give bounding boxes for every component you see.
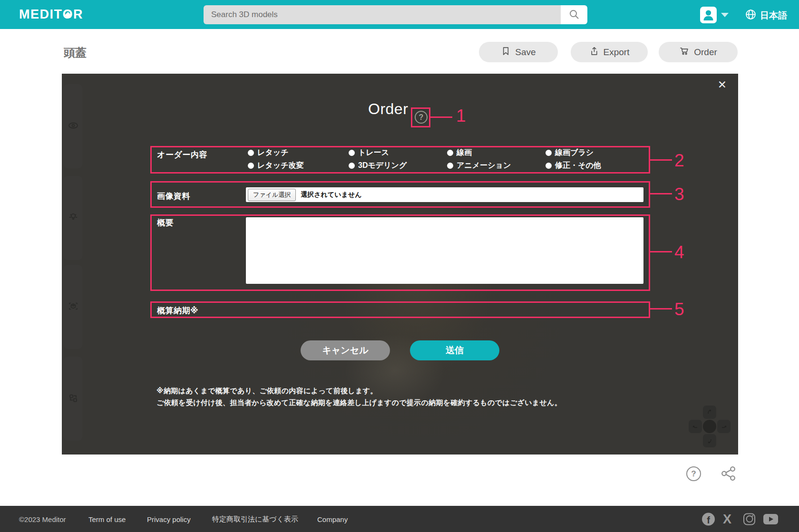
annotation-number-1: 1 [456, 106, 466, 126]
rotate-down-button[interactable] [703, 434, 716, 447]
dpad-spacer [717, 406, 731, 419]
order-button[interactable]: Order [659, 42, 738, 62]
viewer-rotation-pad [689, 406, 731, 447]
radio-option-trace[interactable]: トレース [349, 148, 447, 158]
order-button-label: Order [694, 47, 717, 58]
order-content-label: オーダー内容 [157, 149, 207, 160]
x-twitter-icon[interactable]: X [723, 513, 731, 525]
footer-link-company[interactable]: Company [317, 515, 348, 523]
footer-link-privacy[interactable]: Privacy policy [147, 515, 191, 523]
annotation-box-5 [150, 301, 650, 318]
radio-dot-icon [248, 150, 254, 156]
summary-textarea[interactable] [246, 217, 643, 284]
order-modal: ✕ Order ? 1 2 3 4 5 オーダー内容 レタッチ トレース 線画 … [62, 74, 738, 455]
search-input[interactable] [204, 5, 561, 24]
submit-button[interactable]: 送信 [410, 340, 499, 360]
footer-link-commerce-law[interactable]: 特定商取引法に基づく表示 [212, 514, 298, 523]
youtube-icon[interactable] [763, 514, 778, 524]
close-icon[interactable]: ✕ [718, 79, 727, 90]
cube-focus-icon [68, 300, 79, 314]
radio-option-retouch[interactable]: レタッチ [248, 148, 349, 158]
facebook-icon[interactable]: f [702, 513, 715, 525]
annotation-line-2 [650, 159, 672, 161]
annotation-line-3 [650, 193, 672, 194]
instagram-icon[interactable] [743, 513, 755, 525]
file-input-field[interactable]: ファイル選択 選択されていません [246, 187, 643, 202]
viewer-panel-swap[interactable] [64, 357, 82, 441]
radio-dot-icon [447, 163, 453, 169]
user-icon [700, 17, 717, 25]
topbar: MEDITOR 日本語 [0, 0, 799, 29]
radio-dot-icon [546, 163, 552, 169]
annotation-number-5: 5 [674, 300, 684, 319]
app-logo[interactable]: MEDITOR [19, 7, 83, 22]
annotation-line-4 [650, 251, 672, 252]
dpad-spacer [717, 434, 731, 447]
logo-o-mark: O [63, 7, 74, 22]
radio-dot-icon [349, 150, 355, 156]
swap-icon [68, 392, 79, 406]
app-root: MEDITOR 日本語 頭蓋 Save [0, 0, 799, 532]
globe-icon [745, 9, 757, 22]
export-button[interactable]: Export [571, 42, 648, 62]
viewer-panel-model[interactable] [64, 265, 82, 349]
annotation-number-4: 4 [674, 242, 684, 262]
viewer-panel-lighting[interactable] [64, 176, 82, 260]
radio-option-other[interactable]: 修正・その他 [546, 161, 650, 171]
annotation-number-3: 3 [674, 184, 684, 204]
cart-icon [679, 46, 690, 58]
radio-option-animation[interactable]: アニメーション [447, 161, 546, 171]
file-status-text: 選択されていません [301, 191, 361, 199]
radio-option-lineart-brush[interactable]: 線画ブラシ [546, 148, 650, 158]
image-material-label: 画像資料 [157, 191, 190, 202]
radio-dot-icon [248, 163, 254, 169]
dpad-spacer [689, 434, 702, 447]
annotation-number-2: 2 [674, 151, 684, 171]
save-button[interactable]: Save [479, 42, 558, 62]
radio-label: レタッチ改変 [257, 161, 304, 171]
viewer-panel-visibility[interactable] [64, 84, 82, 168]
save-button-label: Save [515, 47, 536, 58]
radio-label: 線画 [457, 148, 472, 158]
rotate-up-button[interactable] [703, 406, 716, 419]
rotate-center-button[interactable] [703, 420, 716, 433]
export-icon [589, 46, 599, 58]
radio-label: トレース [358, 148, 389, 158]
modal-title: Order [368, 100, 408, 118]
search-button[interactable] [561, 5, 587, 24]
footer: ©2023 Meditor Term of use Privacy policy… [0, 506, 799, 532]
footer-link-terms[interactable]: Term of use [88, 515, 126, 523]
rotate-left-button[interactable] [689, 420, 702, 433]
order-content-options: レタッチ トレース 線画 線画ブラシ レタッチ改変 3Dモデリング アニメーショ… [248, 146, 650, 172]
lightbulb-icon [68, 212, 79, 225]
delivery-note: ※納期はあくまで概算であり、ご依頼の内容によって前後します。 ご依頼を受け付け後… [156, 385, 562, 408]
language-label: 日本語 [760, 10, 787, 22]
rotate-right-button[interactable] [717, 420, 731, 433]
language-selector[interactable]: 日本語 [745, 9, 787, 22]
page-help-icon[interactable]: ? [686, 466, 701, 481]
radio-dot-icon [349, 163, 355, 169]
dpad-spacer [689, 406, 702, 419]
bookmark-icon [501, 46, 511, 58]
radio-label: 修正・その他 [555, 161, 601, 171]
radio-option-lineart[interactable]: 線画 [447, 148, 546, 158]
user-menu-button[interactable] [700, 7, 717, 23]
logo-text-end: R [73, 7, 83, 21]
radio-dot-icon [546, 150, 552, 156]
radio-label: 線画ブラシ [555, 148, 594, 158]
chevron-down-icon[interactable] [721, 13, 729, 17]
summary-label: 概要 [157, 217, 174, 228]
logo-text: MEDIT [19, 7, 63, 21]
radio-option-retouch-modify[interactable]: レタッチ改変 [248, 161, 349, 171]
cancel-button[interactable]: キャンセル [301, 340, 390, 360]
radio-option-3d-modeling[interactable]: 3Dモデリング [349, 161, 447, 171]
radio-label: 3Dモデリング [358, 161, 407, 171]
export-button-label: Export [604, 47, 630, 58]
radio-label: アニメーション [457, 161, 511, 171]
share-icon[interactable] [720, 465, 737, 482]
annotation-line-1 [430, 116, 452, 118]
delivery-estimate-label: 概算納期※ [157, 305, 198, 316]
delivery-note-line1: ※納期はあくまで概算であり、ご依頼の内容によって前後します。 [156, 385, 562, 397]
file-select-button[interactable]: ファイル選択 [248, 189, 296, 201]
annotation-box-1 [411, 107, 430, 127]
